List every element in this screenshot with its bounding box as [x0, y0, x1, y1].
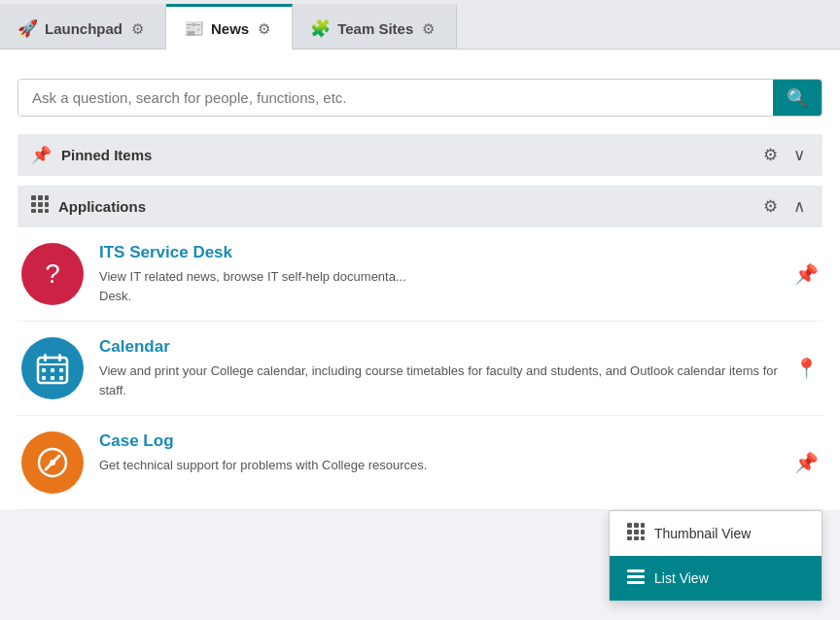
thumbnail-view-label: Thumbnail View — [654, 526, 751, 541]
svg-rect-17 — [641, 536, 645, 540]
svg-rect-0 — [31, 195, 36, 200]
case-log-details: Case Log Get technical support for probl… — [99, 431, 785, 475]
apps-grid-icon — [31, 195, 49, 218]
its-service-desk-icon: ? — [21, 243, 84, 305]
svg-rect-7 — [38, 209, 43, 213]
calendar-icon — [21, 337, 84, 399]
svg-rect-9 — [627, 523, 632, 528]
svg-rect-26 — [51, 368, 54, 372]
app-item-case-log: Case Log Get technical support for probl… — [18, 416, 822, 510]
view-dropdown-menu: Thumbnail View List View — [609, 510, 822, 602]
search-input[interactable] — [18, 80, 773, 116]
pin-section-icon: 📌 — [31, 145, 52, 165]
app-item-calendar: Calendar View and print your College cal… — [18, 322, 822, 416]
news-label: News — [211, 20, 249, 37]
its-pin-icon[interactable]: 📌 — [794, 262, 819, 286]
svg-rect-5 — [45, 202, 49, 207]
its-service-desk-details: ITS Service Desk View IT related news, b… — [99, 243, 785, 305]
svg-rect-28 — [42, 376, 46, 380]
svg-rect-18 — [627, 569, 645, 572]
svg-rect-20 — [627, 581, 645, 584]
its-service-desk-desc: View IT related news, browse IT self-hel… — [99, 267, 785, 305]
case-log-desc: Get technical support for problems with … — [99, 456, 785, 475]
svg-rect-11 — [641, 523, 645, 528]
calendar-pin-icon[interactable]: 📍 — [794, 357, 819, 380]
thumbnail-view-option[interactable]: Thumbnail View — [610, 511, 822, 556]
svg-point-33 — [50, 460, 55, 465]
svg-rect-23 — [44, 354, 47, 362]
svg-rect-25 — [42, 368, 46, 372]
svg-rect-10 — [634, 523, 639, 528]
list-view-icon — [627, 568, 645, 589]
svg-rect-1 — [38, 195, 43, 200]
case-log-icon — [21, 431, 84, 494]
svg-rect-22 — [38, 363, 67, 365]
team-sites-label: Team Sites — [337, 20, 413, 37]
calendar-details: Calendar View and print your College cal… — [99, 337, 785, 399]
main-content: 🔍 📌 Pinned Items ⚙ ∨ — [0, 50, 840, 510]
applications-title: Applications — [58, 198, 759, 215]
thumbnail-view-icon — [627, 523, 645, 544]
calendar-name[interactable]: Calendar — [99, 337, 785, 357]
list-view-option[interactable]: List View — [610, 556, 822, 601]
team-sites-icon: 🧩 — [310, 18, 331, 39]
svg-rect-4 — [38, 202, 43, 207]
case-log-pin-icon[interactable]: 📌 — [794, 451, 819, 474]
svg-rect-14 — [641, 530, 645, 534]
search-icon: 🔍 — [787, 87, 808, 109]
svg-rect-30 — [59, 376, 63, 380]
svg-rect-3 — [31, 202, 36, 207]
case-log-name[interactable]: Case Log — [99, 431, 785, 451]
svg-rect-19 — [627, 575, 645, 578]
launchpad-icon: 🚀 — [18, 18, 38, 39]
applications-section-header: Applications ⚙ ∧ — [18, 186, 822, 227]
pinned-section-actions: ⚙ ∨ — [759, 143, 809, 167]
tab-launchpad[interactable]: 🚀 Launchpad ⚙ — [0, 4, 166, 49]
list-view-label: List View — [654, 570, 709, 586]
pinned-chevron-button[interactable]: ∨ — [789, 143, 809, 167]
calendar-desc: View and print your College calendar, in… — [99, 362, 785, 399]
apps-chevron-button[interactable]: ∧ — [789, 194, 809, 219]
svg-rect-27 — [59, 368, 63, 372]
search-button[interactable]: 🔍 — [773, 80, 822, 116]
team-sites-gear-icon[interactable]: ⚙ — [422, 20, 435, 38]
pinned-items-section-header: 📌 Pinned Items ⚙ ∨ — [18, 134, 822, 176]
svg-rect-2 — [45, 195, 49, 200]
launchpad-label: Launchpad — [45, 20, 122, 37]
search-bar: 🔍 — [18, 79, 822, 117]
app-item-its-service-desk: ? ITS Service Desk View IT related news,… — [18, 227, 822, 322]
its-service-desk-name[interactable]: ITS Service Desk — [99, 243, 785, 262]
svg-rect-12 — [627, 530, 632, 534]
apps-gear-button[interactable]: ⚙ — [759, 194, 782, 219]
svg-rect-24 — [58, 354, 61, 362]
apps-section-actions: ⚙ ∧ — [759, 194, 809, 219]
svg-rect-15 — [627, 536, 632, 540]
launchpad-gear-icon[interactable]: ⚙ — [131, 20, 144, 38]
pinned-gear-button[interactable]: ⚙ — [759, 143, 782, 167]
news-icon: 📰 — [184, 18, 204, 39]
app-list: ? ITS Service Desk View IT related news,… — [18, 227, 822, 510]
tab-team-sites[interactable]: 🧩 Team Sites ⚙ — [293, 4, 457, 49]
news-gear-icon[interactable]: ⚙ — [258, 20, 270, 38]
svg-rect-13 — [634, 530, 639, 534]
svg-rect-16 — [634, 536, 639, 540]
svg-rect-6 — [31, 209, 36, 213]
svg-rect-29 — [51, 376, 54, 380]
tab-bar: 🚀 Launchpad ⚙ 📰 News ⚙ 🧩 Team Sites ⚙ — [0, 0, 840, 50]
tab-news[interactable]: 📰 News ⚙ — [166, 4, 293, 50]
applications-wrapper: Applications ⚙ ∧ — [18, 186, 822, 510]
pinned-items-title: Pinned Items — [61, 147, 759, 163]
svg-rect-8 — [45, 209, 49, 213]
